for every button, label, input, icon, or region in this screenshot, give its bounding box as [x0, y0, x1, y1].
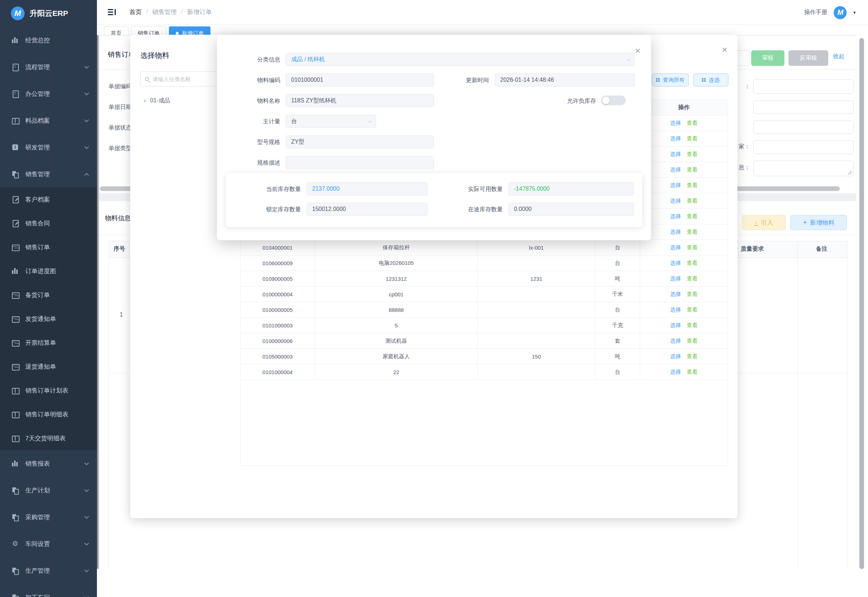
sidebar-item-shipping-notice[interactable]: 发货通知单 — [0, 307, 97, 331]
view-link[interactable]: 查看 — [687, 369, 698, 376]
sidebar-item-dashboard[interactable]: 经营总控 — [0, 27, 97, 53]
view-link[interactable]: 查看 — [687, 166, 698, 173]
download-icon: ↓ — [754, 220, 758, 226]
select-link[interactable]: 选择 — [670, 198, 681, 205]
tree-node-finished-goods[interactable]: 01-成品 — [144, 97, 170, 105]
breadcrumb-new-order[interactable]: 新增订单 — [187, 8, 212, 16]
modal-close-icon[interactable]: × — [722, 46, 727, 53]
transit-stock-field[interactable]: 0.0000 — [508, 203, 634, 215]
vertical-scrollbar[interactable] — [859, 38, 864, 569]
view-link[interactable]: 查看 — [687, 229, 698, 236]
avatar[interactable]: M — [834, 6, 847, 19]
sidebar-item-purchasing[interactable]: 采购管理 — [0, 503, 97, 530]
select-link[interactable]: 选择 — [670, 275, 681, 282]
current-stock-field[interactable]: 2137.0000 — [307, 183, 428, 195]
view-link[interactable]: 查看 — [687, 306, 698, 313]
sidebar-item-order-plan-report[interactable]: 销售订单计划表 — [0, 379, 97, 402]
view-link[interactable]: 查看 — [687, 151, 698, 158]
sidebar-item-stock-orders[interactable]: 备货订单 — [0, 283, 97, 307]
allow-negative-toggle[interactable] — [601, 95, 626, 105]
view-link[interactable]: 查看 — [687, 135, 698, 142]
name-field[interactable]: 118S ZY型纸杯机 — [286, 94, 434, 107]
category-select[interactable]: 成品 / 纸杯机 — [286, 53, 635, 66]
sidebar-item-7day-delivery-report[interactable]: 7天交货明细表 — [0, 426, 97, 450]
breadcrumb-sales[interactable]: 销售管理 — [152, 8, 177, 16]
view-link[interactable]: 查看 — [687, 213, 698, 220]
sidebar-item-order-detail-report[interactable]: 销售订单明细表 — [0, 402, 97, 426]
updated-field[interactable]: 2026-01-14 14:48:46 — [495, 73, 635, 86]
sidebar-item-materials[interactable]: 料品档案 — [0, 107, 97, 134]
select-link[interactable]: 选择 — [670, 213, 681, 220]
manual-link[interactable]: 操作手册 — [804, 9, 827, 16]
select-link[interactable]: 选择 — [670, 291, 681, 298]
locked-stock-field[interactable]: 150012.0000 — [307, 203, 428, 215]
view-link[interactable]: 查看 — [687, 353, 698, 360]
breadcrumb-home[interactable]: 首页 — [129, 8, 142, 16]
select-link[interactable]: 选择 — [670, 229, 681, 236]
query-all-button[interactable]: 查询所有 — [652, 73, 689, 86]
select-link[interactable]: 选择 — [670, 182, 681, 189]
sidebar-item-customers[interactable]: 客户档案 — [0, 187, 97, 211]
view-link[interactable]: 查看 — [687, 120, 698, 127]
view-link[interactable]: 查看 — [687, 337, 698, 345]
select-link[interactable]: 选择 — [670, 244, 681, 251]
sidebar-item-return-notice[interactable]: 退货通知单 — [0, 355, 97, 379]
select-link[interactable]: 选择 — [670, 337, 681, 345]
form-label-doc-date: 单据日期 — [108, 104, 132, 111]
select-link[interactable]: 选择 — [670, 166, 681, 173]
sidebar-item-invoice-settlement[interactable]: 开票结算单 — [0, 331, 97, 355]
right-form-input-3[interactable] — [753, 120, 853, 134]
available-stock-field[interactable]: -147875.0000 — [508, 183, 634, 195]
sidebar-item-production-plan[interactable]: 生产计划 — [0, 477, 97, 503]
table-row: 0106000009电脑20260105台选择查看 — [240, 255, 728, 271]
view-link[interactable]: 查看 — [687, 291, 698, 298]
collapse-link[interactable]: 收起 — [833, 53, 844, 61]
sidebar-item-workshop-settings[interactable]: ⚙车间设置 — [0, 530, 97, 557]
sidebar-item-sales-orders[interactable]: 销售订单 — [0, 235, 97, 259]
select-link[interactable]: 选择 — [670, 135, 681, 142]
remark-textarea[interactable] — [753, 160, 853, 176]
view-link[interactable]: 查看 — [687, 322, 698, 329]
spec-field[interactable] — [286, 156, 434, 169]
sidebar-item-processing-workshop[interactable]: 加工车间 — [0, 584, 97, 597]
sidebar-item-office[interactable]: 办公管理 — [0, 80, 97, 107]
select-link[interactable]: 选择 — [670, 151, 681, 158]
sidebar-item-rnd[interactable]: 研发管理 — [0, 134, 97, 160]
chevron-down-icon — [84, 117, 89, 122]
resize-grip-icon[interactable] — [848, 171, 852, 174]
sidebar-item-sales-reports[interactable]: 销售报表 — [0, 450, 97, 477]
plus-icon: + — [803, 218, 807, 227]
view-link[interactable]: 查看 — [687, 198, 698, 205]
view-link[interactable]: 查看 — [687, 275, 698, 282]
view-link[interactable]: 查看 — [687, 244, 698, 251]
sidebar-collapse-icon[interactable] — [108, 9, 117, 16]
sidebar-item-production-mgmt[interactable]: 生产管理 — [0, 557, 97, 584]
approve-button[interactable]: 审核 — [751, 50, 785, 66]
multi-select-button[interactable]: 连选 — [693, 73, 729, 86]
select-link[interactable]: 选择 — [670, 369, 681, 376]
add-material-button[interactable]: +新增物料 — [790, 215, 847, 230]
sidebar-item-process[interactable]: 流程管理 — [0, 53, 97, 80]
unapprove-button[interactable]: 反审核 — [788, 50, 828, 66]
user-menu-caret-icon[interactable]: ▾ — [853, 10, 856, 15]
sidebar-item-sales[interactable]: 销售管理 — [0, 160, 97, 187]
view-link[interactable]: 查看 — [687, 182, 698, 189]
right-form-input-1[interactable] — [753, 79, 853, 94]
import-button[interactable]: ↓引入 — [742, 215, 785, 230]
tree-caret-icon[interactable] — [144, 99, 147, 103]
sidebar-item-order-progress[interactable]: 订单进度图 — [0, 259, 97, 283]
right-form-input-2[interactable] — [753, 101, 853, 114]
select-link[interactable]: 选择 — [670, 353, 681, 360]
dialog-close-icon[interactable]: × — [635, 47, 640, 54]
view-link[interactable]: 查看 — [687, 260, 698, 267]
model-field[interactable]: ZY型 — [286, 135, 434, 149]
select-link[interactable]: 选择 — [670, 306, 681, 313]
select-link[interactable]: 选择 — [670, 260, 681, 267]
code-field[interactable]: 0101000001 — [286, 73, 434, 86]
select-link[interactable]: 选择 — [670, 120, 681, 127]
select-link[interactable]: 选择 — [670, 322, 681, 329]
sidebar-item-contracts[interactable]: 销售合同 — [0, 211, 97, 235]
copy-icon — [12, 594, 19, 597]
unit-select[interactable]: 台 — [286, 115, 376, 128]
right-form-input-4[interactable] — [753, 140, 853, 154]
